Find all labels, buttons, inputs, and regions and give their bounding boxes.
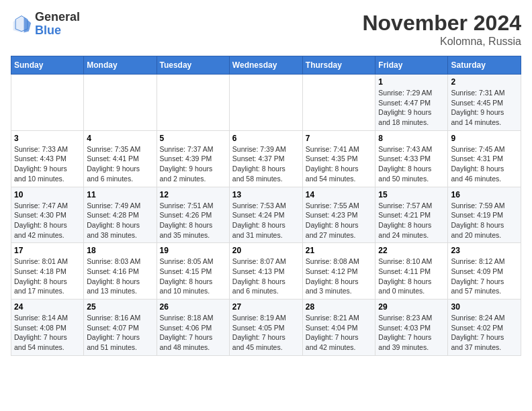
day-info: Sunrise: 8:24 AM Sunset: 4:02 PM Dayligh… bbox=[451, 313, 518, 353]
weekday-header: Sunday bbox=[11, 56, 84, 75]
day-number: 3 bbox=[14, 134, 81, 143]
day-number: 29 bbox=[378, 302, 445, 312]
calendar-cell: 25Sunrise: 8:16 AM Sunset: 4:07 PM Dayli… bbox=[84, 300, 157, 356]
day-number: 7 bbox=[306, 134, 373, 143]
day-info: Sunrise: 8:18 AM Sunset: 4:06 PM Dayligh… bbox=[160, 313, 226, 353]
day-number: 12 bbox=[160, 190, 226, 199]
calendar-week-row: 10Sunrise: 7:47 AM Sunset: 4:30 PM Dayli… bbox=[11, 187, 521, 243]
day-info: Sunrise: 8:08 AM Sunset: 4:12 PM Dayligh… bbox=[306, 257, 373, 296]
day-info: Sunrise: 7:55 AM Sunset: 4:23 PM Dayligh… bbox=[306, 201, 373, 240]
logo-line1: General bbox=[35, 11, 80, 24]
day-number: 16 bbox=[451, 190, 518, 199]
day-info: Sunrise: 7:53 AM Sunset: 4:24 PM Dayligh… bbox=[232, 201, 300, 240]
page-header: General Blue November 2024 Kolomna, Russ… bbox=[11, 11, 521, 48]
day-number: 19 bbox=[160, 246, 226, 255]
logo-line2: Blue bbox=[35, 24, 80, 38]
day-number: 14 bbox=[306, 190, 373, 199]
day-info: Sunrise: 7:31 AM Sunset: 4:45 PM Dayligh… bbox=[451, 88, 518, 128]
calendar-cell: 4Sunrise: 7:35 AM Sunset: 4:41 PM Daylig… bbox=[84, 130, 157, 187]
day-info: Sunrise: 7:51 AM Sunset: 4:26 PM Dayligh… bbox=[160, 201, 226, 240]
weekday-header: Wednesday bbox=[229, 56, 302, 75]
calendar-cell: 18Sunrise: 8:03 AM Sunset: 4:16 PM Dayli… bbox=[84, 243, 157, 300]
day-number: 9 bbox=[451, 134, 518, 143]
calendar-cell: 27Sunrise: 8:19 AM Sunset: 4:05 PM Dayli… bbox=[229, 300, 302, 356]
weekday-header: Friday bbox=[375, 56, 448, 75]
calendar-cell: 29Sunrise: 8:23 AM Sunset: 4:03 PM Dayli… bbox=[375, 300, 448, 356]
calendar-cell: 10Sunrise: 7:47 AM Sunset: 4:30 PM Dayli… bbox=[11, 187, 84, 243]
month-title: November 2024 bbox=[362, 11, 521, 36]
day-number: 26 bbox=[160, 302, 226, 312]
day-number: 21 bbox=[306, 246, 373, 255]
day-number: 17 bbox=[14, 246, 81, 255]
calendar-cell: 12Sunrise: 7:51 AM Sunset: 4:26 PM Dayli… bbox=[157, 187, 229, 243]
calendar-cell: 1Sunrise: 7:29 AM Sunset: 4:47 PM Daylig… bbox=[375, 75, 448, 131]
day-info: Sunrise: 8:01 AM Sunset: 4:18 PM Dayligh… bbox=[14, 257, 81, 296]
weekday-header: Saturday bbox=[448, 56, 521, 75]
day-info: Sunrise: 7:43 AM Sunset: 4:33 PM Dayligh… bbox=[378, 144, 445, 184]
day-number: 18 bbox=[87, 246, 153, 255]
location: Kolomna, Russia bbox=[362, 36, 521, 48]
calendar-cell: 5Sunrise: 7:37 AM Sunset: 4:39 PM Daylig… bbox=[157, 130, 229, 187]
day-info: Sunrise: 8:14 AM Sunset: 4:08 PM Dayligh… bbox=[14, 313, 81, 353]
day-number: 24 bbox=[14, 302, 81, 312]
calendar-week-row: 3Sunrise: 7:33 AM Sunset: 4:43 PM Daylig… bbox=[11, 130, 521, 187]
day-info: Sunrise: 8:10 AM Sunset: 4:11 PM Dayligh… bbox=[378, 257, 445, 296]
calendar-cell bbox=[84, 75, 157, 131]
calendar-cell: 2Sunrise: 7:31 AM Sunset: 4:45 PM Daylig… bbox=[448, 75, 521, 131]
calendar-week-row: 24Sunrise: 8:14 AM Sunset: 4:08 PM Dayli… bbox=[11, 300, 521, 356]
calendar-cell: 7Sunrise: 7:41 AM Sunset: 4:35 PM Daylig… bbox=[302, 130, 375, 187]
day-number: 4 bbox=[87, 134, 153, 143]
calendar-table: SundayMondayTuesdayWednesdayThursdayFrid… bbox=[11, 56, 521, 356]
day-number: 28 bbox=[306, 302, 373, 312]
day-number: 23 bbox=[451, 246, 518, 255]
calendar-cell: 9Sunrise: 7:45 AM Sunset: 4:31 PM Daylig… bbox=[448, 130, 521, 187]
day-info: Sunrise: 7:59 AM Sunset: 4:19 PM Dayligh… bbox=[451, 201, 518, 240]
calendar-cell bbox=[11, 75, 84, 131]
calendar-week-row: 17Sunrise: 8:01 AM Sunset: 4:18 PM Dayli… bbox=[11, 243, 521, 300]
calendar-cell: 16Sunrise: 7:59 AM Sunset: 4:19 PM Dayli… bbox=[448, 187, 521, 243]
day-number: 27 bbox=[232, 302, 300, 312]
day-number: 11 bbox=[87, 190, 153, 199]
day-info: Sunrise: 7:49 AM Sunset: 4:28 PM Dayligh… bbox=[87, 201, 153, 240]
weekday-header: Monday bbox=[84, 56, 157, 75]
day-info: Sunrise: 8:03 AM Sunset: 4:16 PM Dayligh… bbox=[87, 257, 153, 296]
calendar-cell: 20Sunrise: 8:07 AM Sunset: 4:13 PM Dayli… bbox=[229, 243, 302, 300]
title-block: November 2024 Kolomna, Russia bbox=[362, 11, 521, 48]
day-number: 30 bbox=[451, 302, 518, 312]
day-number: 6 bbox=[232, 134, 300, 143]
day-info: Sunrise: 7:41 AM Sunset: 4:35 PM Dayligh… bbox=[306, 144, 373, 184]
calendar-cell: 8Sunrise: 7:43 AM Sunset: 4:33 PM Daylig… bbox=[375, 130, 448, 187]
calendar-cell: 11Sunrise: 7:49 AM Sunset: 4:28 PM Dayli… bbox=[84, 187, 157, 243]
calendar-cell: 23Sunrise: 8:12 AM Sunset: 4:09 PM Dayli… bbox=[448, 243, 521, 300]
calendar-cell bbox=[302, 75, 375, 131]
calendar-cell: 24Sunrise: 8:14 AM Sunset: 4:08 PM Dayli… bbox=[11, 300, 84, 356]
day-info: Sunrise: 7:39 AM Sunset: 4:37 PM Dayligh… bbox=[232, 144, 300, 184]
logo: General Blue bbox=[11, 11, 80, 38]
logo-icon bbox=[11, 13, 32, 35]
day-info: Sunrise: 7:29 AM Sunset: 4:47 PM Dayligh… bbox=[378, 88, 445, 128]
calendar-header-row: SundayMondayTuesdayWednesdayThursdayFrid… bbox=[11, 56, 521, 75]
calendar-cell: 14Sunrise: 7:55 AM Sunset: 4:23 PM Dayli… bbox=[302, 187, 375, 243]
calendar-cell: 28Sunrise: 8:21 AM Sunset: 4:04 PM Dayli… bbox=[302, 300, 375, 356]
day-number: 8 bbox=[378, 134, 445, 143]
day-number: 13 bbox=[232, 190, 300, 199]
day-info: Sunrise: 8:16 AM Sunset: 4:07 PM Dayligh… bbox=[87, 313, 153, 353]
calendar-cell: 26Sunrise: 8:18 AM Sunset: 4:06 PM Dayli… bbox=[157, 300, 229, 356]
day-number: 20 bbox=[232, 246, 300, 255]
day-info: Sunrise: 8:23 AM Sunset: 4:03 PM Dayligh… bbox=[378, 313, 445, 353]
day-number: 25 bbox=[87, 302, 153, 312]
day-number: 10 bbox=[14, 190, 81, 199]
day-info: Sunrise: 8:05 AM Sunset: 4:15 PM Dayligh… bbox=[160, 257, 226, 296]
day-info: Sunrise: 8:12 AM Sunset: 4:09 PM Dayligh… bbox=[451, 257, 518, 296]
day-number: 5 bbox=[160, 134, 226, 143]
day-number: 15 bbox=[378, 190, 445, 199]
calendar-week-row: 1Sunrise: 7:29 AM Sunset: 4:47 PM Daylig… bbox=[11, 75, 521, 131]
day-info: Sunrise: 8:19 AM Sunset: 4:05 PM Dayligh… bbox=[232, 313, 300, 353]
day-info: Sunrise: 7:37 AM Sunset: 4:39 PM Dayligh… bbox=[160, 144, 226, 184]
calendar-cell: 21Sunrise: 8:08 AM Sunset: 4:12 PM Dayli… bbox=[302, 243, 375, 300]
calendar-cell: 19Sunrise: 8:05 AM Sunset: 4:15 PM Dayli… bbox=[157, 243, 229, 300]
calendar-cell: 17Sunrise: 8:01 AM Sunset: 4:18 PM Dayli… bbox=[11, 243, 84, 300]
calendar-cell: 15Sunrise: 7:57 AM Sunset: 4:21 PM Dayli… bbox=[375, 187, 448, 243]
day-info: Sunrise: 7:35 AM Sunset: 4:41 PM Dayligh… bbox=[87, 144, 153, 184]
day-info: Sunrise: 7:33 AM Sunset: 4:43 PM Dayligh… bbox=[14, 144, 81, 184]
